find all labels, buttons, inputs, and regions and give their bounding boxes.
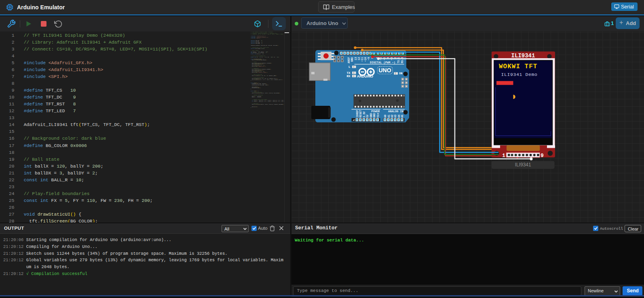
svg-text:9: 9 bbox=[541, 153, 544, 159]
svg-text:ILI9341 Demo: ILI9341 Demo bbox=[501, 72, 538, 77]
svg-text:AREF: AREF bbox=[348, 57, 351, 63]
svg-text:1: 1 bbox=[502, 153, 505, 159]
svg-text:L: L bbox=[348, 65, 351, 69]
svg-text:12: 12 bbox=[358, 57, 361, 60]
svg-text:ARDUINO: ARDUINO bbox=[357, 74, 373, 78]
svg-text:GND: GND bbox=[351, 57, 354, 62]
svg-text:A1: A1 bbox=[388, 115, 391, 118]
svg-text:ANALOG IN: ANALOG IN bbox=[388, 110, 403, 113]
svg-text:ILI9341: ILI9341 bbox=[515, 162, 531, 168]
svg-text:TX→1: TX→1 bbox=[397, 57, 400, 63]
svg-text:3.3V: 3.3V bbox=[363, 111, 366, 118]
svg-text:DIGITAL (PWM ~): DIGITAL (PWM ~) bbox=[370, 61, 395, 64]
svg-text:~11: ~11 bbox=[361, 57, 364, 62]
svg-text:ON: ON bbox=[399, 72, 402, 75]
svg-text:WOKWI TFT: WOKWI TFT bbox=[499, 63, 537, 70]
svg-text:RESET: RESET bbox=[359, 110, 362, 118]
svg-text:A4: A4 bbox=[398, 115, 401, 118]
svg-text:A0: A0 bbox=[384, 115, 387, 118]
svg-text:~10: ~10 bbox=[364, 57, 367, 62]
svg-text:UNO: UNO bbox=[378, 67, 391, 73]
svg-text:5V: 5V bbox=[366, 115, 369, 118]
svg-text:GND: GND bbox=[373, 113, 376, 118]
svg-text:IOREF: IOREF bbox=[356, 110, 359, 118]
svg-text:~9: ~9 bbox=[367, 57, 370, 60]
svg-text:A5: A5 bbox=[401, 115, 404, 118]
svg-text:GND: GND bbox=[370, 113, 373, 118]
svg-text:A2: A2 bbox=[391, 115, 394, 118]
svg-text:Vin: Vin bbox=[377, 113, 380, 118]
svg-text:RX←0: RX←0 bbox=[401, 57, 404, 63]
svg-text:RX: RX bbox=[346, 75, 351, 78]
svg-text:13: 13 bbox=[355, 57, 357, 60]
svg-text:A3: A3 bbox=[394, 115, 397, 118]
svg-text:ILI9341: ILI9341 bbox=[511, 52, 535, 59]
svg-text:TX: TX bbox=[346, 71, 351, 75]
svg-text:POWER: POWER bbox=[371, 110, 380, 113]
